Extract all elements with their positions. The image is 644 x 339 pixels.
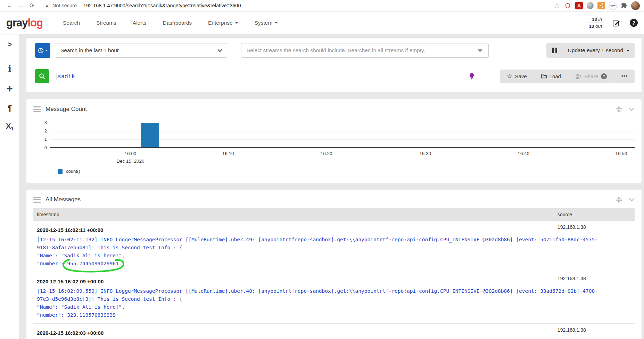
gridline [50, 123, 635, 123]
streams-select[interactable]: Select streams the search should include… [241, 43, 489, 58]
search-actions: ☆ Save Load Share ? ⋯ [500, 70, 635, 83]
reload-icon[interactable]: ⟳ [26, 2, 38, 9]
throughput-indicator[interactable]: 13 in 13 out [588, 16, 603, 29]
focus-widget-icon[interactable] [616, 196, 622, 203]
sidebar-divider [3, 56, 16, 56]
saml-extension-icon[interactable]: S@ML [609, 2, 617, 10]
column-header-source[interactable]: source [558, 212, 631, 217]
x-tick-label: 16:20 [321, 151, 332, 156]
message-preview: [12-15 16:02:11.132] INFO LoggerMessageP… [37, 236, 631, 268]
pause-icon [552, 48, 554, 53]
message-timestamp: 2020-12-15 16:02:11 +00:00 [37, 227, 558, 233]
query-hint-lightbulb-icon[interactable] [469, 73, 474, 80]
widget-drag-handle-icon[interactable] [33, 106, 41, 112]
shield-extension-icon[interactable] [564, 2, 571, 9]
legend-swatch [58, 169, 63, 174]
log-number-line: "number": 955.7445099029961 [37, 260, 606, 268]
y-tick-label: 2 [44, 128, 47, 134]
chart-bar[interactable] [141, 123, 159, 147]
message-row[interactable]: 2020-12-15 16:02:11 +00:00 192.168.1.38 … [33, 221, 635, 272]
search-icon [39, 73, 46, 80]
orange-extension-icon[interactable] [597, 2, 605, 9]
load-button[interactable]: Load [534, 70, 568, 83]
timerange-select[interactable]: Search in the last 1 hour [55, 43, 227, 58]
gridline [50, 139, 635, 140]
compose-edit-icon[interactable] [612, 19, 620, 27]
not-secure-warning-icon: ▲ [44, 3, 49, 8]
bookmark-star-icon[interactable]: ☆ [554, 2, 560, 10]
graylog-logo[interactable]: graylog [6, 17, 43, 29]
pause-refresh-button[interactable] [546, 43, 563, 58]
timerange-type-button[interactable] [35, 43, 50, 58]
pdf-extension-icon[interactable] [575, 2, 583, 9]
focus-widget-icon[interactable] [616, 106, 622, 113]
nav-streams[interactable]: Streams [96, 20, 116, 26]
sidebar-formatting-icon[interactable]: ¶ [8, 104, 12, 112]
header-right: 13 in 13 out ? [588, 16, 638, 29]
message-source: 192.168.1.38 [558, 327, 631, 333]
x-tick-label: 16:50 [615, 151, 627, 156]
browser-actions: ☆ S@ML [554, 1, 640, 10]
nav-dashboards[interactable]: Dashboards [163, 20, 192, 26]
forward-icon[interactable]: → [15, 2, 26, 9]
address-bar[interactable]: ▲ Not secure 192.168.1.47:9000/search?q=… [44, 3, 554, 9]
back-icon[interactable]: ← [4, 2, 15, 9]
widget-drag-handle-icon[interactable] [33, 197, 41, 203]
nav-enterprise[interactable]: Enterprise [208, 20, 238, 26]
url-text[interactable]: 192.168.1.47:9000/search?q=sadik&rangety… [83, 3, 241, 8]
refresh-controls: Update every 1 second [546, 43, 635, 58]
message-timestamp: 2020-12-15 16:02:03 +00:00 [37, 330, 558, 336]
message-timestamp: 2020-12-15 16:02:09 +00:00 [37, 279, 558, 284]
widget-title: Message Count [46, 106, 87, 113]
log-name-line: "Name": "Sadik Ali is here!", [37, 252, 606, 260]
share-button[interactable]: Share ? [568, 70, 614, 83]
query-input[interactable]: sadik [57, 73, 75, 80]
sidebar-add-icon[interactable]: + [7, 83, 13, 94]
save-button[interactable]: ☆ Save [500, 70, 534, 83]
x-tick-label: 16:00 [124, 151, 136, 156]
message-source: 192.168.1.38 [558, 224, 631, 230]
address-divider [80, 3, 80, 9]
extensions-puzzle-icon[interactable] [621, 2, 627, 9]
message-source: 192.168.1.38 [558, 276, 631, 281]
browser-profile-avatar[interactable] [631, 1, 640, 10]
messages-table-header: timestamp source [33, 208, 635, 221]
nav-alerts[interactable]: Alerts [133, 20, 147, 26]
message-row[interactable]: 2020-12-15 16:02:09 +00:00 192.168.1.38 … [33, 272, 635, 323]
all-messages-widget: All Messages timestamp source 2020-12-15… [26, 189, 642, 339]
sidebar-expand-icon[interactable]: > [8, 41, 12, 48]
refresh-interval-button[interactable]: Update every 1 second [563, 43, 635, 58]
log-line: [12-15 16:02:11.132] INFO LoggerMessageP… [37, 236, 606, 252]
nav-search[interactable]: Search [63, 20, 80, 26]
ellipsis-icon: ⋯ [621, 72, 628, 80]
collapse-widget-chevron-icon[interactable] [629, 107, 635, 111]
log-number-line: "number": 323.119570839939 [37, 311, 606, 319]
gridline [50, 131, 635, 131]
collapse-widget-chevron-icon[interactable] [629, 198, 635, 202]
x-tick-label: 16:40 [518, 151, 529, 156]
sidebar-fields-icon[interactable]: X1 [6, 122, 14, 131]
more-actions-button[interactable]: ⋯ [614, 70, 635, 83]
circle-extension-icon[interactable] [587, 2, 594, 9]
column-header-timestamp[interactable]: timestamp [37, 212, 558, 217]
sidebar-info-icon[interactable]: i [8, 65, 11, 73]
message-row[interactable]: 2020-12-15 16:02:03 +00:00 192.168.1.38 [33, 323, 635, 339]
chevron-down-icon [217, 49, 222, 52]
message-count-widget: Message Count 0123 16:0016:1016:2016:301… [26, 99, 642, 183]
add-user-icon [575, 74, 581, 79]
legend-label: count() [66, 169, 80, 174]
chart-legend: count() [58, 169, 635, 174]
browser-toolbar: ← → ⟳ ▲ Not secure 192.168.1.47:9000/sea… [0, 0, 644, 11]
timerange-value: Search in the last 1 hour [60, 47, 119, 54]
x-tick-label: 16:30 [419, 151, 431, 156]
query-text: sadik [58, 73, 75, 80]
share-help-icon[interactable]: ? [601, 73, 607, 79]
message-preview: [12-15 16:02:09.559] INFO LoggerMessageP… [37, 287, 631, 319]
help-icon[interactable]: ? [630, 19, 638, 27]
refresh-interval-label: Update every 1 second [568, 47, 623, 54]
message-list: 2020-12-15 16:02:11 +00:00 192.168.1.38 … [33, 221, 635, 339]
nav-system[interactable]: System [255, 20, 278, 26]
page-content: > i + ¶ X1 Search in the last 1 hour Sel… [0, 34, 644, 339]
search-button[interactable] [35, 69, 49, 83]
text-cursor [57, 73, 57, 80]
